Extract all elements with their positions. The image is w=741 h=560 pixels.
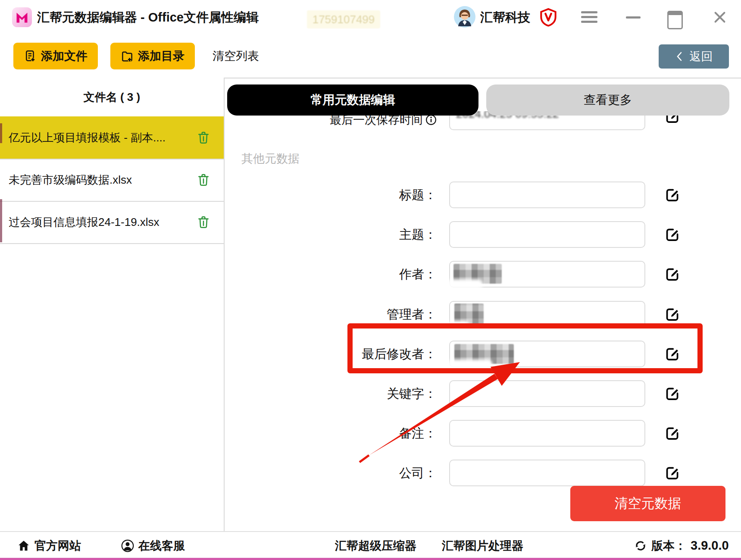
field-label: 管理者： xyxy=(233,301,437,328)
form-row-author: 作者： xyxy=(0,261,741,288)
edit-icon[interactable] xyxy=(665,386,680,401)
screenshot-artifact xyxy=(0,199,2,242)
add-file-label: 添加文件 xyxy=(41,48,88,64)
redacted-manager-value xyxy=(454,303,484,325)
file-list-header: 文件名 ( 3 ) xyxy=(0,78,224,117)
clear-list-button[interactable]: 清空列表 xyxy=(213,34,259,78)
field-label: 主题： xyxy=(233,221,437,248)
edit-icon[interactable] xyxy=(665,188,680,202)
edit-icon[interactable] xyxy=(665,426,680,441)
back-chevron-icon xyxy=(675,51,684,62)
field-label: 最后修改者： xyxy=(233,341,437,367)
form-row-subject: 主题： xyxy=(0,221,741,248)
form-row-remarks: 备注： xyxy=(0,420,741,447)
field-label: 关键字： xyxy=(233,380,437,407)
screenshot-artifact xyxy=(0,123,2,143)
add-directory-button[interactable]: 添加目录 xyxy=(110,43,195,69)
keywords-input[interactable] xyxy=(449,380,645,407)
edit-icon[interactable] xyxy=(665,307,680,322)
title-bar: 汇帮元数据编辑器 - Office文件属性编辑 1759107499 汇帮科技 xyxy=(0,0,741,34)
version-info: 版本： 3.9.0.0 xyxy=(634,532,729,559)
add-file-icon xyxy=(24,50,37,63)
redacted-last-modifier-value xyxy=(454,344,514,364)
file-row-selected[interactable]: 亿元以上项目填报模板 - 副本.... xyxy=(0,116,224,160)
field-label: 作者： xyxy=(233,261,437,288)
company-input[interactable] xyxy=(449,460,645,486)
screenshot-artifact-strip xyxy=(0,558,741,560)
form-row-company: 公司： xyxy=(0,460,741,486)
maximize-button[interactable] xyxy=(667,11,683,29)
footer-bar: 官方网站 在线客服 汇帮超级压缩器 汇帮图片处理器 版本： 3.9.0.0 xyxy=(0,531,741,559)
trash-icon[interactable] xyxy=(197,131,210,144)
edit-icon[interactable] xyxy=(665,227,680,242)
add-file-button[interactable]: 添加文件 xyxy=(13,43,98,69)
redacted-author-value xyxy=(453,264,502,284)
back-label: 返回 xyxy=(690,49,713,64)
subject-input[interactable] xyxy=(449,221,645,248)
back-button[interactable]: 返回 xyxy=(659,44,729,69)
online-support-link[interactable]: 在线客服 xyxy=(121,532,185,559)
home-icon xyxy=(17,539,30,552)
menu-icon[interactable] xyxy=(581,11,597,23)
section-other-metadata: 其他元数据 xyxy=(241,151,300,166)
info-icon xyxy=(425,114,437,125)
edit-icon[interactable] xyxy=(665,267,680,282)
edit-icon[interactable] xyxy=(665,347,680,361)
person-icon xyxy=(121,539,134,552)
sync-icon xyxy=(634,539,647,552)
user-avatar xyxy=(454,6,475,28)
field-label: 备注： xyxy=(233,420,437,447)
close-button[interactable] xyxy=(712,9,728,25)
form-row-title: 标题： xyxy=(0,181,741,208)
tab-see-more[interactable]: 查看更多 xyxy=(486,84,729,116)
remarks-input[interactable] xyxy=(449,420,645,447)
form-row-last-modifier: 最后修改者： xyxy=(0,341,741,367)
compressor-link[interactable]: 汇帮超级压缩器 xyxy=(335,532,416,559)
official-site-link[interactable]: 官方网站 xyxy=(17,532,81,559)
minimize-button[interactable] xyxy=(626,16,641,19)
verified-shield-v-icon xyxy=(540,8,557,27)
brand-name: 汇帮科技 xyxy=(480,0,530,34)
title-input[interactable] xyxy=(449,181,645,208)
window-title: 汇帮元数据编辑器 - Office文件属性编辑 xyxy=(37,0,259,34)
version-label: 版本： xyxy=(651,538,686,554)
form-row-manager: 管理者： xyxy=(0,301,741,328)
toolbar: 添加文件 添加目录 清空列表 返回 xyxy=(0,34,741,78)
add-directory-label: 添加目录 xyxy=(138,48,184,64)
image-processor-link[interactable]: 汇帮图片处理器 xyxy=(442,532,523,559)
watermark: 1759107499 xyxy=(307,10,380,28)
field-label: 公司： xyxy=(233,460,437,486)
file-name: 亿元以上项目填报模板 - 副本.... xyxy=(9,116,196,159)
app-logo-icon xyxy=(12,7,32,27)
edit-icon[interactable] xyxy=(665,466,680,480)
version-value: 3.9.0.0 xyxy=(691,538,729,553)
add-folder-icon xyxy=(121,50,134,63)
form-row-keywords: 关键字： xyxy=(0,380,741,407)
tab-common-metadata[interactable]: 常用元数据编辑 xyxy=(227,84,478,116)
field-label: 标题： xyxy=(233,181,437,208)
clear-metadata-button[interactable]: 清空元数据 xyxy=(570,486,725,521)
